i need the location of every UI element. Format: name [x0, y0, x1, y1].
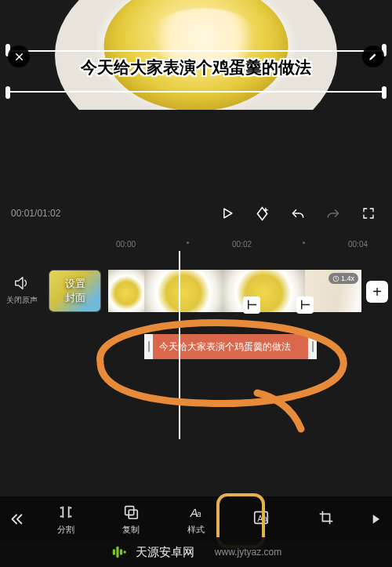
svg-rect-7	[113, 549, 115, 554]
watermark-bar: 天源安卓网 www.jytyaz.com	[0, 537, 392, 567]
video-preview[interactable]: 今天给大家表演个鸡蛋羹的做法	[0, 0, 392, 110]
transition-button[interactable]: ⊢	[243, 296, 260, 314]
redo-icon	[325, 205, 341, 221]
play-icon	[220, 205, 235, 221]
watermark-site-name: 天源安卓网	[136, 545, 194, 560]
speed-icon	[332, 275, 339, 282]
text-selection-box[interactable]	[8, 50, 384, 93]
text-clip[interactable]: 今天给大家表演个鸡蛋羹的做法	[144, 334, 317, 359]
crop-button[interactable]	[294, 509, 359, 529]
tool-label: 分割	[57, 524, 74, 536]
fullscreen-button[interactable]	[350, 206, 386, 220]
timeline-ruler[interactable]: 00:00 00:02 00:04	[0, 237, 392, 251]
play-button[interactable]	[209, 205, 245, 221]
cover-label: 设置封面	[65, 277, 85, 305]
transition-button[interactable]: ⊢	[296, 296, 314, 314]
triangle-right-icon	[368, 511, 383, 527]
tool-label: 复制	[122, 524, 140, 536]
tool-label: 样式	[187, 524, 205, 536]
style-button[interactable]: Aa 样式	[163, 503, 228, 536]
annotation-circle	[78, 315, 353, 408]
playhead[interactable]	[179, 251, 180, 439]
svg-text:Aa: Aa	[258, 514, 268, 523]
fullscreen-icon	[361, 206, 376, 220]
annotation-tail	[252, 388, 311, 435]
ruler-mark: 00:04	[348, 240, 368, 249]
speaker-icon	[12, 274, 32, 292]
video-track[interactable]: 1.4x ⊢ ⊢	[108, 270, 361, 312]
keyframe-add-icon	[254, 205, 270, 222]
redo-button[interactable]	[315, 205, 350, 221]
undo-icon	[290, 205, 306, 221]
svg-rect-9	[120, 549, 122, 554]
speed-badge: 1.4x	[328, 273, 358, 284]
mute-original-button[interactable]: 关闭原声	[0, 274, 43, 306]
copy-button[interactable]: 复制	[98, 503, 163, 536]
text-clip-handle-right[interactable]	[308, 334, 317, 359]
split-button[interactable]: 分割	[33, 503, 98, 536]
ruler-dot	[187, 242, 189, 244]
ruler-mark: 00:02	[232, 240, 252, 249]
watermark-site-url: www.jytyaz.com	[215, 547, 281, 558]
undo-button[interactable]	[280, 205, 315, 221]
text-clip-body[interactable]: 今天给大家表演个鸡蛋羹的做法	[153, 334, 308, 359]
chevron-double-left-icon	[8, 511, 25, 528]
pencil-icon	[368, 51, 379, 62]
font-box-icon: Aa	[252, 509, 270, 526]
svg-text:a: a	[197, 509, 201, 518]
logo-icon	[111, 543, 128, 561]
bottom-toolbar: 分割 复制 Aa 样式 Aa	[0, 496, 392, 542]
font-box-button[interactable]: Aa	[229, 509, 294, 529]
edit-button[interactable]	[362, 45, 384, 67]
svg-rect-8	[116, 547, 118, 558]
timeline[interactable]: 关闭原声 设置封面 1.4x ⊢ ⊢ + 今天	[0, 251, 392, 506]
text-clip-handle-left[interactable]	[144, 334, 153, 359]
close-button[interactable]	[8, 45, 30, 67]
add-clip-button[interactable]: +	[366, 281, 388, 303]
video-clip[interactable]	[144, 270, 305, 312]
copy-icon	[122, 503, 140, 521]
ruler-mark: 00:00	[116, 240, 136, 249]
style-icon: Aa	[187, 503, 205, 521]
split-icon	[57, 503, 74, 521]
svg-rect-10	[123, 551, 125, 554]
more-tools-button[interactable]	[359, 511, 392, 527]
transport-bar: 00:01/01:02	[0, 200, 392, 227]
video-clip[interactable]	[108, 270, 144, 312]
crop-icon	[318, 509, 335, 526]
timecode: 00:01/01:02	[0, 208, 78, 219]
close-icon	[13, 51, 25, 63]
collapse-toolbar-button[interactable]	[0, 511, 33, 528]
keyframe-button[interactable]	[245, 205, 280, 222]
set-cover-button[interactable]: 设置封面	[49, 270, 101, 312]
ruler-dot	[303, 242, 305, 244]
mute-label: 关闭原声	[0, 295, 43, 306]
